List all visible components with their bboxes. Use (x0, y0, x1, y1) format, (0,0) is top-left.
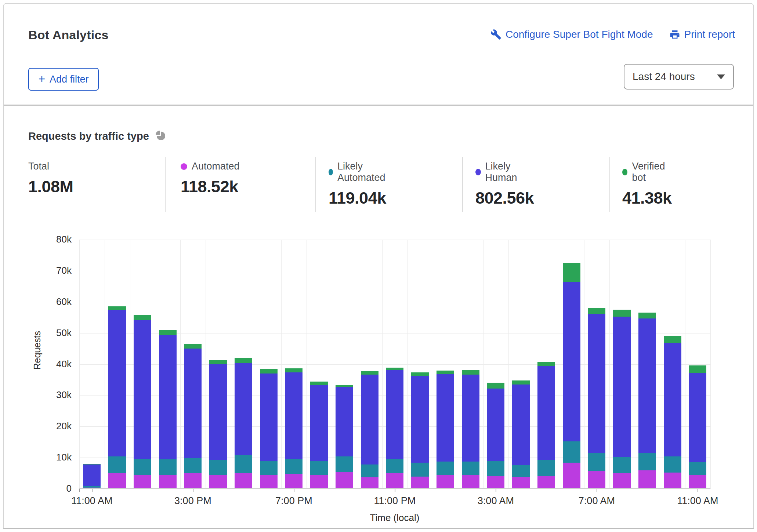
bar-segment-likely-automated[interactable] (184, 458, 202, 474)
bar-segment-verified-bot[interactable] (184, 344, 202, 349)
bar-segment-verified-bot[interactable] (310, 382, 328, 385)
bar-segment-automated[interactable] (638, 470, 656, 489)
bar-segment-automated[interactable] (108, 473, 126, 489)
bar-segment-verified-bot[interactable] (613, 310, 631, 317)
bar-segment-likely-automated[interactable] (134, 459, 151, 475)
bar-segment-likely-human[interactable] (235, 363, 252, 455)
bar-segment-likely-automated[interactable] (260, 461, 278, 475)
bar-7:00-pm-8[interactable] (285, 368, 303, 489)
bar-segment-likely-automated[interactable] (437, 462, 454, 475)
bar-segment-likely-automated[interactable] (689, 462, 706, 475)
bar-3:00-pm-4[interactable] (184, 344, 202, 489)
bar-segment-likely-automated[interactable] (487, 461, 504, 476)
add-filter-button[interactable]: + Add filter (28, 68, 99, 91)
bar-11:00-am-0[interactable] (83, 464, 101, 489)
bar-segment-verified-bot[interactable] (537, 362, 555, 366)
bar-segment-automated[interactable] (285, 474, 303, 489)
bar-segment-automated[interactable] (361, 477, 378, 489)
bar-segment-verified-bot[interactable] (487, 383, 504, 389)
bar-segment-automated[interactable] (260, 475, 278, 489)
bar-segment-likely-human[interactable] (134, 320, 151, 459)
bar-segment-likely-human[interactable] (613, 317, 631, 457)
bar-segment-likely-human[interactable] (108, 310, 126, 456)
bar-segment-verified-bot[interactable] (386, 368, 403, 370)
bar-segment-likely-human[interactable] (361, 375, 378, 464)
bar-segment-likely-human[interactable] (462, 375, 479, 462)
bar-segment-likely-automated[interactable] (563, 441, 580, 463)
bar-segment-likely-human[interactable] (437, 374, 454, 462)
bar-segment-verified-bot[interactable] (638, 313, 656, 318)
bar-9:00-pm-10[interactable] (336, 385, 353, 489)
bar-segment-likely-automated[interactable] (411, 463, 429, 477)
bar-segment-automated[interactable] (336, 472, 353, 489)
bar-segment-likely-human[interactable] (487, 389, 504, 461)
bar-segment-likely-automated[interactable] (386, 459, 403, 474)
bar-segment-likely-automated[interactable] (285, 459, 303, 474)
bar-segment-likely-human[interactable] (689, 373, 706, 462)
stat-likely-human[interactable]: Likely Human 802.56k (475, 161, 534, 208)
bar-segment-automated[interactable] (83, 488, 101, 489)
bar-segment-likely-automated[interactable] (159, 459, 177, 475)
bar-5:00-pm-6[interactable] (235, 358, 252, 489)
bar-12:00-am-13[interactable] (411, 372, 429, 489)
configure-super-bot-fight-mode-link[interactable]: Configure Super Bot Fight Mode (490, 29, 653, 40)
bar-segment-likely-automated[interactable] (664, 456, 681, 473)
bar-segment-verified-bot[interactable] (512, 380, 530, 385)
bar-segment-automated[interactable] (235, 473, 252, 489)
bar-segment-likely-human[interactable] (537, 366, 555, 460)
bar-segment-likely-human[interactable] (512, 385, 530, 465)
bar-12:00-pm-1[interactable] (108, 306, 126, 489)
bar-segment-automated[interactable] (437, 475, 454, 489)
bar-segment-automated[interactable] (310, 475, 328, 489)
bar-segment-automated[interactable] (462, 475, 479, 489)
bar-segment-verified-bot[interactable] (83, 464, 101, 464)
bar-segment-automated[interactable] (613, 473, 631, 489)
bar-segment-verified-bot[interactable] (664, 336, 681, 343)
bar-segment-likely-human[interactable] (563, 282, 580, 441)
bar-segment-verified-bot[interactable] (260, 369, 278, 374)
bar-segment-likely-automated[interactable] (310, 461, 328, 475)
bar-segment-automated[interactable] (537, 476, 555, 489)
bar-segment-likely-human[interactable] (664, 343, 681, 456)
bar-segment-likely-human[interactable] (638, 318, 656, 453)
bar-segment-likely-human[interactable] (386, 370, 403, 459)
bar-segment-verified-bot[interactable] (235, 358, 252, 363)
bar-segment-likely-automated[interactable] (361, 464, 378, 477)
stat-automated[interactable]: Automated 118.52k (181, 161, 240, 196)
bar-segment-automated[interactable] (209, 475, 227, 489)
bar-segment-verified-bot[interactable] (437, 371, 454, 374)
bar-3:00-am-16[interactable] (487, 383, 504, 489)
bar-segment-automated[interactable] (159, 475, 177, 489)
bar-segment-likely-automated[interactable] (108, 456, 126, 473)
bar-segment-likely-automated[interactable] (462, 462, 479, 475)
bar-segment-likely-automated[interactable] (209, 460, 227, 475)
bar-segment-likely-human[interactable] (310, 385, 328, 461)
bar-segment-likely-human[interactable] (336, 387, 353, 456)
bar-segment-likely-automated[interactable] (235, 455, 252, 473)
bar-8:00-pm-9[interactable] (310, 382, 328, 489)
bar-segment-automated[interactable] (134, 475, 151, 489)
bar-segment-likely-human[interactable] (260, 374, 278, 461)
bar-8:00-am-21[interactable] (613, 310, 631, 489)
bar-7:00-am-20[interactable] (588, 308, 605, 489)
bar-5:00-am-18[interactable] (537, 362, 555, 489)
bar-segment-likely-automated[interactable] (613, 457, 631, 473)
stat-likely-automated[interactable]: Likely Automated 119.04k (329, 161, 388, 208)
bar-11:00-am-24[interactable] (689, 365, 706, 489)
bar-segment-verified-bot[interactable] (563, 263, 580, 282)
bar-segment-likely-human[interactable] (209, 364, 227, 460)
bar-segment-verified-bot[interactable] (336, 385, 353, 387)
bar-segment-likely-human[interactable] (83, 464, 101, 486)
bar-segment-verified-bot[interactable] (462, 370, 479, 375)
bar-segment-likely-human[interactable] (588, 314, 605, 453)
bar-2:00-am-15[interactable] (462, 370, 479, 489)
bar-1:00-am-14[interactable] (437, 371, 454, 489)
bar-segment-likely-automated[interactable] (537, 460, 555, 476)
bar-segment-likely-human[interactable] (411, 376, 429, 463)
bar-segment-likely-human[interactable] (159, 335, 177, 460)
bar-10:00-pm-11[interactable] (361, 371, 378, 489)
bar-segment-verified-bot[interactable] (361, 371, 378, 375)
bar-segment-likely-automated[interactable] (588, 453, 605, 471)
bar-segment-verified-bot[interactable] (689, 365, 706, 373)
bar-6:00-pm-7[interactable] (260, 369, 278, 489)
